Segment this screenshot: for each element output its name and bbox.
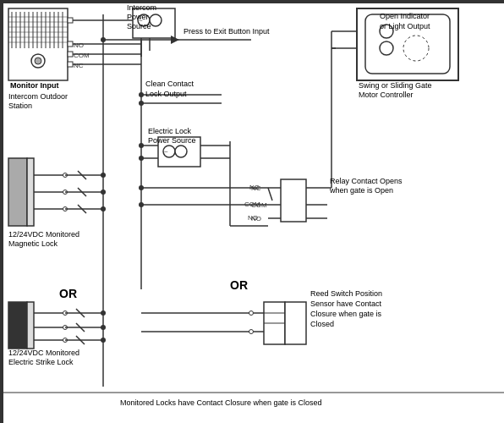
svg-text:NO: NO — [248, 214, 258, 222]
svg-rect-25 — [68, 18, 73, 23]
svg-rect-30 — [68, 52, 73, 57]
svg-point-118 — [139, 156, 144, 161]
svg-text:Monitored Locks have Contact C: Monitored Locks have Contact Closure whe… — [120, 398, 322, 407]
svg-text:Open Indicator: Open Indicator — [380, 12, 430, 20]
svg-point-115 — [139, 92, 144, 97]
svg-point-23 — [35, 58, 41, 64]
svg-point-54 — [175, 146, 187, 157]
svg-point-84 — [249, 330, 254, 334]
svg-point-124 — [380, 41, 393, 55]
svg-text:Motor Controller: Motor Controller — [359, 91, 414, 99]
svg-text:when gate is Open: when gate is Open — [329, 186, 393, 195]
svg-rect-33 — [68, 62, 73, 67]
svg-text:Sensor have Contact: Sensor have Contact — [310, 299, 382, 308]
svg-text:Intercom Outdoor: Intercom Outdoor — [8, 92, 68, 101]
svg-point-135 — [101, 310, 106, 316]
svg-text:Intercom: Intercom — [127, 3, 156, 12]
svg-point-125 — [403, 36, 429, 61]
svg-text:Clean Contact: Clean Contact — [145, 80, 194, 88]
svg-point-137 — [101, 338, 106, 343]
svg-rect-60 — [281, 179, 306, 222]
svg-point-120 — [139, 202, 144, 207]
svg-text:~: ~ — [164, 148, 168, 156]
svg-text:NC: NC — [74, 62, 84, 69]
svg-rect-27 — [68, 41, 73, 47]
svg-text:Power: Power — [127, 13, 149, 21]
svg-point-136 — [101, 325, 106, 330]
svg-text:Lock Output: Lock Output — [145, 90, 187, 98]
svg-text:Power Source: Power Source — [148, 136, 196, 145]
svg-text:12/24VDC Monitored: 12/24VDC Monitored — [8, 230, 79, 239]
svg-point-83 — [249, 311, 254, 316]
svg-rect-87 — [8, 158, 27, 226]
svg-text:NO: NO — [74, 41, 84, 49]
svg-text:Closed: Closed — [310, 320, 334, 328]
svg-text:12/24VDC Monitored: 12/24VDC Monitored — [8, 349, 79, 357]
svg-rect-78 — [285, 302, 306, 344]
svg-text:or Light Output: or Light Output — [380, 22, 430, 30]
svg-text:Station: Station — [8, 102, 32, 110]
svg-point-116 — [139, 101, 144, 106]
svg-text:Source: Source — [127, 22, 151, 30]
svg-text:OR: OR — [230, 278, 248, 292]
svg-point-117 — [139, 143, 144, 148]
svg-text:OR: OR — [59, 287, 77, 300]
svg-text:Electric Strike Lock: Electric Strike Lock — [8, 358, 74, 366]
svg-point-132 — [101, 173, 106, 178]
svg-text:NC: NC — [249, 184, 260, 191]
svg-rect-88 — [27, 158, 34, 226]
svg-text:Closure when gate is: Closure when gate is — [310, 310, 382, 318]
svg-rect-102 — [27, 302, 34, 349]
svg-point-131 — [101, 37, 106, 42]
svg-point-119 — [139, 185, 144, 190]
wiring-diagram: NO COM NC Monitor Input ~ — [0, 0, 504, 423]
svg-text:Relay Contact Opens: Relay Contact Opens — [330, 177, 403, 185]
svg-text:Monitor Input: Monitor Input — [10, 81, 58, 90]
svg-text:COM: COM — [244, 201, 260, 208]
svg-rect-101 — [8, 302, 27, 349]
svg-text:Swing or Sliding Gate: Swing or Sliding Gate — [359, 81, 432, 90]
svg-text:Press to Exit Button Input: Press to Exit Button Input — [184, 27, 270, 36]
svg-point-134 — [101, 206, 106, 212]
svg-point-38 — [150, 14, 162, 26]
svg-point-133 — [101, 190, 106, 195]
svg-text:COM: COM — [74, 52, 90, 59]
svg-text:Magnetic Lock: Magnetic Lock — [8, 239, 58, 248]
svg-text:Electric Lock: Electric Lock — [148, 127, 192, 135]
svg-text:Reed Switch Position: Reed Switch Position — [310, 289, 382, 298]
